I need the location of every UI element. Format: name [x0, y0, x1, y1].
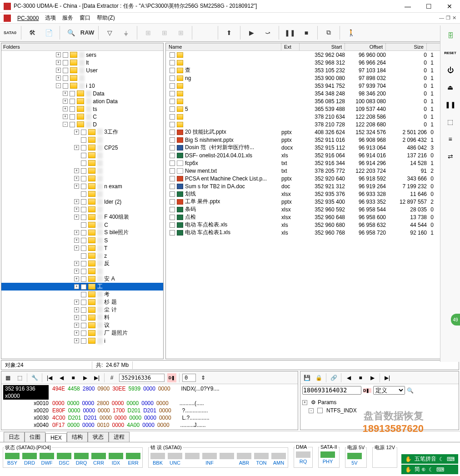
tree-checkbox[interactable] [81, 160, 86, 166]
tree-checkbox[interactable] [81, 168, 86, 174]
tree-item[interactable]: +工 [1, 283, 163, 291]
file-row[interactable]: ng 353 900 080 97 898 032 0 1 [166, 74, 459, 82]
definition-select[interactable]: 定义 [373, 386, 405, 395]
tree-checkbox[interactable] [81, 153, 86, 158]
export-icon[interactable]: ⬆ [222, 25, 236, 40]
tree-toggle-icon[interactable]: + [74, 207, 79, 212]
tab-log[interactable]: 日志 [4, 432, 25, 442]
tab-hex[interactable]: HEX [45, 433, 67, 442]
file-checkbox[interactable] [170, 215, 175, 220]
tree-checkbox[interactable] [70, 91, 75, 96]
tree-checkbox[interactable] [81, 246, 86, 251]
file-checkbox[interactable] [170, 83, 175, 89]
tree-toggle-icon[interactable]: + [74, 246, 79, 251]
col-header-offset[interactable]: Offset [345, 43, 386, 50]
tree-item[interactable]: +xx i [1, 337, 163, 345]
file-row[interactable]: 352 962 048 96 960 000 0 1 [166, 51, 459, 59]
first-icon[interactable]: |◀ [45, 373, 54, 382]
tree-item[interactable]: +xx ation Data [1, 97, 163, 105]
tree-toggle-icon[interactable]: + [56, 52, 61, 57]
grid-icon[interactable]: ▦ [3, 373, 12, 382]
tree-item[interactable]: +xx 尘 计 [1, 306, 163, 314]
file-row[interactable]: fcp6x txt 352 916 344 96 914 296 14 528 … [166, 159, 459, 167]
file-row[interactable]: DSF- onelist-2014.04.01.xls xls 352 916 … [166, 151, 459, 159]
sata-button[interactable]: SATA0 [3, 25, 17, 40]
sector-input[interactable] [119, 374, 165, 382]
file-row[interactable]: PCSA ent Machine Check List.p... pptx 35… [166, 175, 459, 182]
adjust-icon[interactable]: ⇄ [444, 150, 457, 163]
tree-item[interactable]: +xx 反 [1, 260, 163, 267]
files-list[interactable]: 352 962 048 96 960 000 0 1 352 968 312 9… [166, 51, 459, 359]
tree-checkbox[interactable] [81, 130, 86, 135]
tree-toggle-icon[interactable]: + [74, 199, 79, 204]
save-icon[interactable]: 💾 [302, 373, 311, 382]
file-row[interactable]: 电动 车点检表1.xls xls 352 960 768 96 958 720 … [166, 229, 459, 236]
col-header-start[interactable]: Start [300, 43, 345, 50]
copy-icon[interactable]: ⧉ [321, 25, 336, 40]
play-icon[interactable]: ▶ [244, 25, 259, 40]
tree-item[interactable]: +xx 3工作 [1, 128, 163, 136]
tree-checkbox[interactable] [81, 230, 86, 235]
tree-checkbox[interactable] [81, 238, 86, 243]
file-row[interactable]: 352 968 312 96 966 264 0 1 [166, 59, 459, 66]
link-icon[interactable]: 🔗 [329, 373, 338, 382]
funnel-icon[interactable]: ⏚ [119, 25, 133, 40]
disk-icon[interactable]: 🗄 [444, 29, 457, 42]
stop3-icon[interactable]: ■ [356, 373, 365, 382]
tree-checkbox[interactable] [63, 68, 68, 73]
hex-content[interactable]: 352 916 336 x0000494E44582800090030EE593… [1, 384, 298, 430]
tree-checkbox[interactable] [81, 199, 86, 205]
stop-icon[interactable]: ■ [299, 25, 314, 40]
selection-icon[interactable]: ⬚ [15, 373, 24, 382]
tools-icon[interactable]: 🛠 [25, 25, 40, 40]
tab-status[interactable]: 状态 [88, 432, 109, 442]
badge[interactable]: 49 [451, 314, 460, 326]
file-checkbox[interactable] [170, 106, 175, 112]
file-checkbox[interactable] [170, 114, 175, 120]
file-row[interactable]: Sum s for TB2 in DA.doc doc 352 921 312 … [166, 182, 459, 190]
prev2-icon[interactable]: ◀ [344, 373, 353, 382]
tree-item[interactable]: xx [1, 151, 163, 159]
menu-help[interactable]: 帮助(Z) [97, 14, 115, 22]
tab-structure[interactable]: 结构 [67, 432, 88, 442]
tree-toggle-icon[interactable]: + [63, 114, 68, 119]
hash-icon[interactable]: # [107, 373, 116, 382]
tree-toggle-icon[interactable]: + [56, 60, 61, 65]
tree-checkbox[interactable] [81, 145, 86, 150]
file-checkbox[interactable] [170, 176, 175, 181]
tree-toggle-icon[interactable]: + [74, 338, 79, 343]
eject-icon[interactable]: ⏏ [444, 81, 457, 94]
file-checkbox[interactable] [170, 52, 175, 58]
tree-item[interactable]: +xx [1, 74, 163, 82]
tree-checkbox[interactable] [81, 215, 86, 220]
tree-toggle-icon[interactable]: + [74, 230, 79, 235]
tree-item[interactable]: +xx sers [1, 51, 163, 59]
file-checkbox[interactable] [170, 222, 175, 228]
tree-item[interactable]: +xx CP25 [1, 144, 163, 151]
tree-toggle-icon[interactable]: + [74, 284, 79, 289]
file-checkbox[interactable] [170, 160, 175, 166]
tree-checkbox[interactable] [81, 269, 86, 274]
tree-checkbox[interactable] [81, 323, 86, 328]
file-checkbox[interactable] [170, 68, 175, 73]
file-checkbox[interactable] [170, 191, 175, 197]
tree-checkbox[interactable] [81, 300, 86, 305]
file-row[interactable]: 5 365 539 488 109 537 440 0 1 [166, 105, 459, 113]
document-icon[interactable]: 📄 [41, 25, 56, 40]
file-checkbox[interactable] [170, 145, 175, 150]
tree-checkbox[interactable] [81, 137, 86, 143]
tree-item[interactable]: +xx lt [1, 59, 163, 66]
tree-checkbox[interactable] [81, 261, 86, 266]
tree-item[interactable]: +xx n exam [1, 182, 163, 190]
file-checkbox[interactable] [170, 122, 175, 127]
tree-toggle-icon[interactable]: + [63, 91, 68, 96]
right-input[interactable] [302, 386, 361, 395]
d-indicator[interactable]: D❚ [167, 373, 176, 382]
tree-item[interactable]: +xx ts [1, 105, 163, 113]
chip-icon[interactable]: ⬚ [444, 115, 457, 128]
file-row[interactable]: 点检 xlsx 352 960 648 96 958 600 13 738 0 [166, 213, 459, 221]
tree-toggle-icon[interactable]: + [74, 331, 79, 336]
tree-toggle-icon[interactable]: + [56, 68, 61, 73]
file-row[interactable]: 378 210 728 122 208 680 0 1 [166, 120, 459, 128]
tree-item[interactable]: +xx 杉 题 [1, 298, 163, 306]
